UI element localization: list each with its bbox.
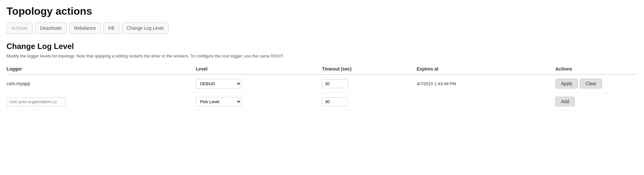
log-level-table: Logger Level Timeout (sec) Expires at Ac…	[7, 64, 637, 111]
expires-cell: 4/7/2015 1:43:49 PM	[417, 74, 555, 93]
header-level: Level	[196, 64, 322, 74]
new-level-select[interactable]: Pick Level ALL TRACE DEBUG INFO WARN ERR…	[196, 97, 242, 106]
timeout-cell	[322, 74, 417, 93]
new-logger-row: Pick Level ALL TRACE DEBUG INFO WARN ERR…	[7, 93, 637, 111]
section-description: Modify the logger levels for topology. N…	[7, 54, 637, 58]
timeout-input[interactable]	[322, 79, 348, 88]
new-logger-input[interactable]	[7, 97, 65, 106]
rebalance-button[interactable]: Rebalance	[69, 23, 101, 34]
deactivate-button[interactable]: Deactivate	[35, 23, 66, 34]
header-logger: Logger	[7, 64, 196, 74]
new-timeout-input[interactable]	[322, 97, 348, 106]
logger-cell: com.myapp	[7, 74, 196, 93]
new-expires-cell	[417, 93, 555, 111]
section-title: Change Log Level	[7, 42, 637, 51]
apply-button[interactable]: Apply	[555, 79, 578, 88]
row-action-group: Apply Clear	[555, 79, 634, 88]
level-cell: DEBUG ALL TRACE INFO WARN ERROR FATAL OF…	[196, 74, 322, 93]
action-buttons-bar: Activate Deactivate Rebalance Kill Chang…	[7, 23, 637, 34]
table-row: com.myapp DEBUG ALL TRACE INFO WARN ERRO…	[7, 74, 637, 93]
actions-cell: Apply Clear	[555, 74, 637, 93]
clear-button[interactable]: Clear	[580, 79, 602, 88]
header-actions: Actions	[555, 64, 637, 74]
header-timeout: Timeout (sec)	[322, 64, 417, 74]
level-select[interactable]: DEBUG ALL TRACE INFO WARN ERROR FATAL OF…	[196, 79, 242, 88]
new-timeout-cell	[322, 93, 417, 111]
activate-button[interactable]: Activate	[7, 23, 33, 34]
header-expires: Expires at	[417, 64, 555, 74]
change-log-level-button[interactable]: Change Log Level	[122, 23, 169, 34]
expires-value: 4/7/2015 1:43:49 PM	[417, 81, 456, 86]
new-actions-cell: Add	[555, 93, 637, 111]
logger-value: com.myapp	[7, 81, 30, 86]
kill-button[interactable]: Kill	[103, 23, 119, 34]
page-title: Topology actions	[7, 5, 637, 17]
new-level-cell: Pick Level ALL TRACE DEBUG INFO WARN ERR…	[196, 93, 322, 111]
add-button[interactable]: Add	[555, 97, 575, 106]
new-row-action-group: Add	[555, 97, 634, 106]
new-logger-cell	[7, 93, 196, 111]
